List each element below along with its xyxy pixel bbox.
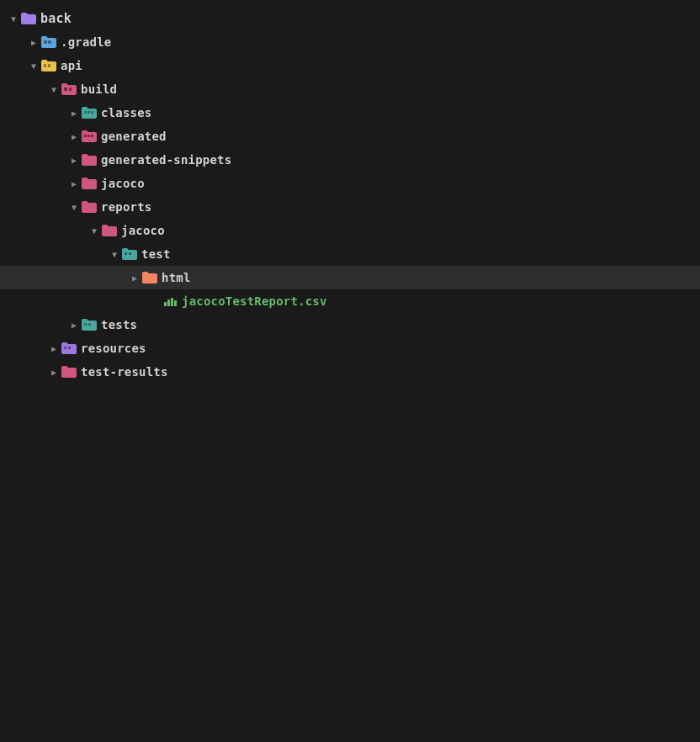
svg-rect-6 — [84, 111, 87, 114]
tree-item-back[interactable]: back — [0, 7, 700, 30]
folder-tests-icon — [81, 318, 98, 331]
tree-item-test-results[interactable]: test-results — [0, 360, 700, 384]
chevron-gradle[interactable] — [27, 35, 40, 49]
svg-rect-17 — [174, 300, 177, 306]
chevron-back[interactable] — [7, 12, 20, 25]
svg-rect-10 — [88, 135, 90, 137]
folder-test-icon — [121, 247, 138, 261]
chevron-reports[interactable] — [67, 200, 81, 214]
file-csv-icon — [162, 294, 178, 308]
tree-item-html[interactable]: html — [0, 266, 700, 289]
svg-rect-4 — [64, 87, 67, 91]
folder-yellow-icon — [40, 59, 57, 72]
tree-item-api[interactable]: api — [0, 54, 700, 77]
label-tests: tests — [101, 318, 137, 331]
tree-item-generated-snippets[interactable]: generated-snippets — [0, 148, 700, 172]
folder-blue-icon — [40, 35, 57, 49]
svg-rect-21 — [68, 347, 71, 349]
svg-rect-3 — [48, 64, 50, 67]
chevron-reports-jacoco[interactable] — [88, 224, 101, 237]
tree-item-generated[interactable]: generated — [0, 125, 700, 148]
label-test: test — [141, 247, 171, 261]
tree-item-tests[interactable]: tests — [0, 313, 700, 337]
folder-classes-icon — [81, 106, 98, 119]
chevron-test-results[interactable] — [47, 365, 61, 379]
svg-rect-18 — [84, 323, 87, 326]
svg-rect-20 — [64, 347, 66, 349]
folder-html-icon — [141, 271, 158, 284]
svg-rect-2 — [44, 64, 46, 67]
tree-item-resources[interactable]: resources — [0, 337, 700, 360]
chevron-tests[interactable] — [67, 318, 81, 331]
label-generated-snippets: generated-snippets — [101, 153, 231, 167]
label-jacoco-build: jacoco — [101, 177, 145, 190]
tree-item-gradle[interactable]: .gradle — [0, 30, 700, 54]
folder-generated-icon — [81, 130, 98, 143]
tree-item-classes[interactable]: classes — [0, 101, 700, 125]
label-reports: reports — [101, 200, 151, 214]
tree-item-jacoco-build[interactable]: jacoco — [0, 172, 700, 195]
chevron-classes[interactable] — [67, 106, 81, 119]
svg-rect-19 — [88, 323, 91, 326]
label-resources: resources — [81, 342, 146, 355]
tree-item-reports-jacoco[interactable]: jacoco — [0, 219, 700, 242]
file-tree: back .gradle api — [0, 0, 700, 390]
folder-reports-jacoco-icon — [101, 224, 118, 237]
folder-test-results-icon — [61, 365, 77, 379]
label-jacoco-csv: jacocoTestReport.csv — [182, 294, 327, 308]
svg-rect-15 — [167, 299, 170, 306]
svg-rect-11 — [91, 135, 93, 137]
label-build: build — [81, 82, 117, 96]
label-gradle: .gradle — [61, 35, 111, 49]
chevron-build[interactable] — [47, 82, 61, 96]
svg-rect-9 — [84, 135, 87, 137]
folder-build-icon — [61, 82, 77, 96]
chevron-generated-snippets[interactable] — [67, 153, 81, 167]
svg-rect-7 — [88, 111, 90, 114]
label-classes: classes — [101, 106, 151, 119]
svg-rect-1 — [48, 40, 51, 44]
svg-rect-13 — [129, 252, 131, 255]
chevron-test[interactable] — [108, 247, 121, 261]
label-back: back — [40, 11, 72, 26]
tree-item-reports[interactable]: reports — [0, 195, 700, 219]
svg-rect-8 — [91, 111, 93, 114]
svg-rect-16 — [171, 298, 173, 306]
tree-item-jacoco-csv[interactable]: jacocoTestReport.csv — [0, 289, 700, 313]
label-api: api — [61, 59, 82, 72]
label-generated: generated — [101, 130, 167, 143]
chevron-generated[interactable] — [67, 130, 81, 143]
folder-purple-icon — [20, 12, 37, 25]
chevron-jacoco-build[interactable] — [67, 177, 81, 190]
chevron-html[interactable] — [128, 271, 141, 284]
folder-reports-icon — [81, 200, 98, 214]
folder-jacoco-build-icon — [81, 177, 98, 190]
tree-item-test[interactable]: test — [0, 242, 700, 266]
svg-rect-12 — [125, 252, 127, 255]
chevron-api[interactable] — [27, 59, 40, 72]
folder-generated-snippets-icon — [81, 153, 98, 167]
svg-rect-14 — [164, 302, 167, 306]
label-html: html — [162, 271, 191, 284]
tree-item-build[interactable]: build — [0, 77, 700, 101]
svg-rect-5 — [69, 87, 72, 91]
label-reports-jacoco: jacoco — [121, 224, 165, 237]
folder-resources-icon — [61, 342, 77, 355]
chevron-resources[interactable] — [47, 342, 61, 355]
svg-rect-0 — [44, 40, 47, 44]
label-test-results: test-results — [81, 365, 168, 379]
